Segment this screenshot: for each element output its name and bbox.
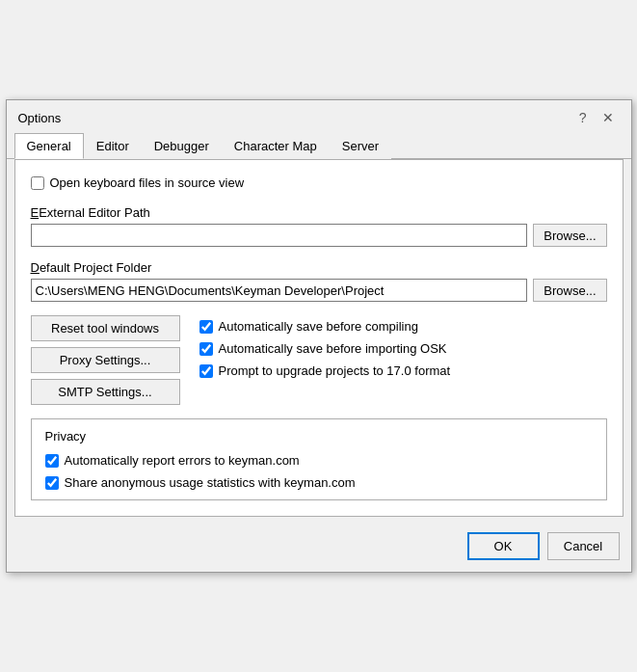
privacy-box: Privacy Automatically report errors to k… [31, 418, 607, 500]
ok-button[interactable]: OK [467, 532, 540, 560]
default-project-row: Browse... [31, 279, 607, 302]
middle-section: Reset tool windows Proxy Settings... SMT… [31, 315, 607, 405]
options-dialog: Options ? ✕ General Editor Debugger Char… [6, 99, 632, 573]
open-keyboard-row: Open keyboard files in source view [31, 175, 607, 190]
tab-bar: General Editor Debugger Character Map Se… [7, 133, 631, 159]
left-buttons: Reset tool windows Proxy Settings... SMT… [31, 315, 180, 405]
auto-save-compile-label: Automatically save before compiling [219, 319, 418, 334]
external-editor-label: EExternal Editor PathExternal Editor Pat… [31, 205, 607, 220]
help-button[interactable]: ? [573, 108, 593, 127]
default-project-input[interactable] [31, 279, 528, 302]
share-usage-label: Share anonymous usage statistics with ke… [65, 475, 356, 490]
proxy-settings-button[interactable]: Proxy Settings... [31, 347, 180, 373]
default-project-group: Default Project Folder Browse... [31, 260, 607, 302]
dialog-title: Options [18, 111, 62, 125]
browse-project-button[interactable]: Browse... [533, 279, 606, 302]
auto-save-osk-checkbox[interactable] [199, 342, 213, 356]
title-bar: Options ? ✕ [7, 100, 631, 131]
dialog-footer: OK Cancel [7, 524, 631, 572]
external-editor-input[interactable] [31, 224, 528, 247]
report-errors-checkbox[interactable] [45, 454, 59, 468]
tab-character-map[interactable]: Character Map [222, 133, 330, 159]
report-errors-label: Automatically report errors to keyman.co… [65, 453, 300, 468]
prompt-upgrade-row: Prompt to upgrade projects to 17.0 forma… [199, 363, 451, 378]
tab-editor[interactable]: Editor [84, 133, 142, 159]
share-usage-row: Share anonymous usage statistics with ke… [45, 475, 593, 490]
report-errors-row: Automatically report errors to keyman.co… [45, 453, 593, 468]
tab-debugger[interactable]: Debugger [142, 133, 222, 159]
auto-save-compile-checkbox[interactable] [199, 320, 213, 334]
smtp-settings-button[interactable]: SMTP Settings... [31, 379, 180, 405]
external-editor-row: Browse... [31, 224, 607, 247]
open-keyboard-label: Open keyboard files in source view [50, 175, 245, 190]
auto-save-osk-row: Automatically save before importing OSK [199, 341, 451, 356]
close-button[interactable]: ✕ [597, 108, 620, 127]
right-checkboxes: Automatically save before compiling Auto… [199, 315, 451, 405]
reset-tool-windows-button[interactable]: Reset tool windows [31, 315, 180, 341]
auto-save-compile-row: Automatically save before compiling [199, 319, 451, 334]
cancel-button[interactable]: Cancel [547, 532, 620, 560]
auto-save-osk-label: Automatically save before importing OSK [219, 341, 447, 356]
browse-external-editor-button[interactable]: Browse... [533, 224, 606, 247]
prompt-upgrade-checkbox[interactable] [199, 364, 213, 378]
privacy-title: Privacy [45, 429, 593, 444]
external-editor-group: EExternal Editor PathExternal Editor Pat… [31, 205, 607, 247]
tab-general[interactable]: General [14, 133, 84, 159]
prompt-upgrade-label: Prompt to upgrade projects to 17.0 forma… [219, 363, 451, 378]
open-keyboard-checkbox[interactable] [31, 176, 44, 190]
tab-content: Open keyboard files in source view EExte… [14, 159, 624, 517]
share-usage-checkbox[interactable] [45, 476, 59, 490]
default-project-label: Default Project Folder [31, 260, 607, 275]
title-bar-controls: ? ✕ [573, 108, 620, 127]
tab-server[interactable]: Server [330, 133, 391, 159]
